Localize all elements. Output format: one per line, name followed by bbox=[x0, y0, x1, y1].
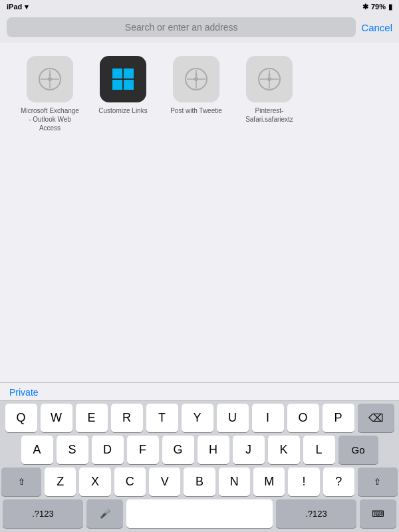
compass-svg-2 bbox=[184, 67, 208, 91]
key-h[interactable]: H bbox=[198, 436, 229, 464]
key-z[interactable]: Z bbox=[45, 467, 76, 496]
bookmark-item-pinterest-safari[interactable]: Pinterest-Safari.safariextz bbox=[239, 56, 299, 132]
bookmark-icon-post-with-tweetie bbox=[173, 56, 219, 102]
compass-svg-3 bbox=[257, 67, 281, 91]
device-label: iPad bbox=[7, 3, 22, 11]
key-shift-right[interactable]: ⇧ bbox=[358, 467, 398, 496]
key-g[interactable]: G bbox=[162, 436, 194, 464]
battery-label: 79% bbox=[371, 3, 386, 11]
key-j[interactable]: J bbox=[233, 436, 265, 464]
svg-point-3 bbox=[48, 77, 52, 81]
status-right: ✱ 79% ▮ bbox=[362, 3, 392, 11]
key-s[interactable]: S bbox=[57, 436, 88, 464]
bookmark-icon-pinterest-safari bbox=[246, 56, 293, 102]
svg-point-12 bbox=[194, 77, 198, 81]
battery-icon: ▮ bbox=[388, 3, 392, 11]
key-w[interactable]: W bbox=[41, 404, 72, 432]
key-row-bottom: .?123 🎤 .?123 ⌨ bbox=[1, 499, 398, 528]
bookmark-label-post-with-tweetie: Post with Tweetie bbox=[170, 106, 222, 115]
key-d[interactable]: D bbox=[92, 436, 124, 464]
bookmark-item-customize-links[interactable]: Customize Links bbox=[93, 56, 153, 132]
status-left: iPad ▾ bbox=[7, 3, 29, 11]
key-c[interactable]: C bbox=[114, 467, 146, 496]
keyboard: Q W E R T Y U I O P ⌫ A S D F G H J K L … bbox=[0, 401, 399, 532]
key-row-1: Q W E R T Y U I O P ⌫ bbox=[1, 404, 398, 432]
svg-rect-6 bbox=[124, 68, 134, 78]
key-p[interactable]: P bbox=[323, 404, 354, 432]
key-num-right[interactable]: .?123 bbox=[276, 499, 356, 528]
compass-svg bbox=[38, 67, 62, 91]
bookmarks-grid: Microsoft Exchange - Outlook Web Access … bbox=[20, 56, 379, 132]
bookmark-icon-microsoft-exchange bbox=[27, 56, 73, 102]
address-input[interactable] bbox=[7, 17, 356, 37]
key-i[interactable]: I bbox=[252, 404, 284, 432]
key-question[interactable]: ? bbox=[323, 467, 354, 496]
key-shift-left[interactable]: ⇧ bbox=[1, 467, 41, 496]
bookmark-item-microsoft-exchange[interactable]: Microsoft Exchange - Outlook Web Access bbox=[20, 56, 80, 132]
key-o[interactable]: O bbox=[287, 404, 319, 432]
key-q[interactable]: Q bbox=[5, 404, 37, 432]
key-num-left[interactable]: .?123 bbox=[3, 499, 83, 528]
svg-rect-8 bbox=[124, 80, 134, 90]
key-row-2: A S D F G H J K L Go bbox=[1, 436, 398, 464]
key-x[interactable]: X bbox=[79, 467, 110, 496]
key-v[interactable]: V bbox=[149, 467, 180, 496]
key-go[interactable]: Go bbox=[338, 436, 378, 464]
bookmark-icon-customize-links bbox=[100, 56, 146, 102]
wifi-icon: ▾ bbox=[25, 3, 29, 11]
key-keyboard[interactable]: ⌨ bbox=[360, 499, 396, 528]
key-r[interactable]: R bbox=[111, 404, 143, 432]
private-label: Private bbox=[0, 382, 399, 401]
status-bar: iPad ▾ ✱ 79% ▮ bbox=[0, 0, 399, 13]
bookmark-item-post-with-tweetie[interactable]: Post with Tweetie bbox=[166, 56, 226, 132]
key-m[interactable]: M bbox=[253, 467, 285, 496]
windows-logo-svg bbox=[110, 66, 136, 92]
key-row-3: ⇧ Z X C V B N M ! ? ⇧ bbox=[1, 467, 398, 496]
cancel-button[interactable]: Cancel bbox=[361, 22, 392, 33]
bookmark-label-pinterest-safari: Pinterest-Safari.safariextz bbox=[239, 106, 299, 124]
key-k[interactable]: K bbox=[268, 436, 300, 464]
bookmarks-area: Microsoft Exchange - Outlook Web Access … bbox=[0, 43, 399, 382]
key-u[interactable]: U bbox=[217, 404, 249, 432]
svg-point-17 bbox=[267, 77, 271, 81]
address-bar-area: Cancel bbox=[0, 13, 399, 43]
bookmark-label-microsoft-exchange: Microsoft Exchange - Outlook Web Access bbox=[20, 106, 80, 132]
key-microphone[interactable]: 🎤 bbox=[86, 499, 123, 528]
bookmark-label-customize-links: Customize Links bbox=[98, 106, 147, 115]
key-f[interactable]: F bbox=[127, 436, 159, 464]
keyboard-area: Private Q W E R T Y U I O P ⌫ A S D F G … bbox=[0, 382, 399, 532]
key-backspace[interactable]: ⌫ bbox=[358, 404, 394, 432]
key-t[interactable]: T bbox=[146, 404, 178, 432]
key-l[interactable]: L bbox=[303, 436, 335, 464]
svg-rect-5 bbox=[112, 68, 122, 78]
key-exclamation[interactable]: ! bbox=[288, 467, 319, 496]
key-e[interactable]: E bbox=[76, 404, 108, 432]
key-n[interactable]: N bbox=[219, 467, 250, 496]
key-y[interactable]: Y bbox=[182, 404, 213, 432]
key-a[interactable]: A bbox=[21, 436, 53, 464]
bluetooth-icon: ✱ bbox=[362, 3, 368, 11]
key-b[interactable]: B bbox=[184, 467, 215, 496]
key-space[interactable] bbox=[126, 499, 273, 528]
svg-rect-7 bbox=[112, 80, 122, 90]
